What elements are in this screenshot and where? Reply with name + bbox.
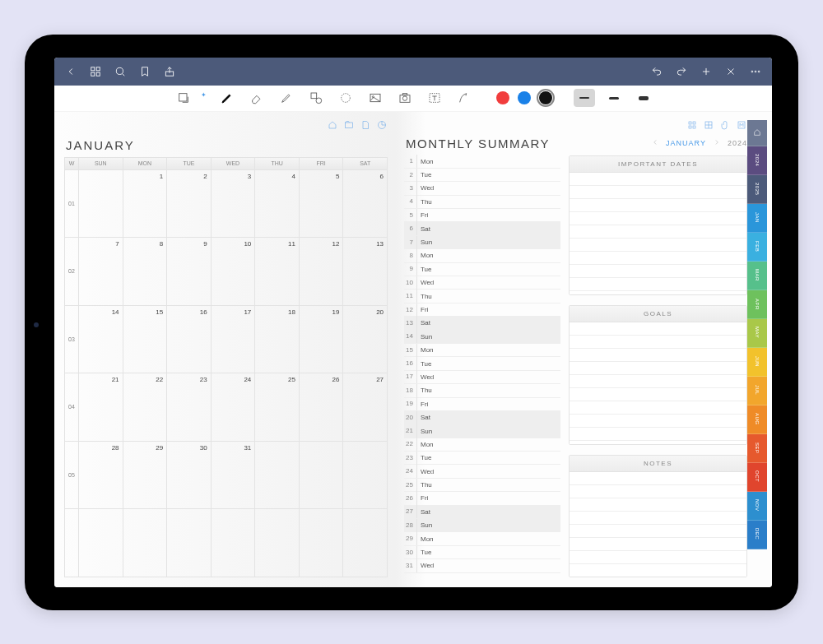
calendar-cell[interactable]: 23 <box>167 373 212 442</box>
calendar-cell[interactable]: 22 <box>123 373 168 442</box>
day-row[interactable]: 21Sun <box>404 424 560 438</box>
text-tool-icon[interactable] <box>424 87 445 109</box>
day-row[interactable]: 17Wed <box>404 371 560 384</box>
calendar-cell[interactable] <box>343 509 388 577</box>
calendar-cell[interactable] <box>300 509 344 577</box>
grid-apps-icon[interactable] <box>86 62 105 81</box>
day-row[interactable]: 30Tue <box>404 546 560 559</box>
calendar-cell[interactable] <box>255 509 300 577</box>
back-icon[interactable] <box>61 62 81 81</box>
calendar-cell[interactable]: 21 <box>79 373 123 442</box>
calendar-cell[interactable]: 6 <box>343 170 388 239</box>
day-row[interactable]: 27Sat <box>404 506 560 519</box>
add-page-icon[interactable] <box>173 87 194 109</box>
day-row[interactable]: 5Fri <box>404 209 560 222</box>
day-row[interactable]: 22Mon <box>404 438 560 452</box>
side-tab-may[interactable]: MAY <box>747 319 767 348</box>
day-row[interactable]: 29Mon <box>404 532 560 545</box>
calendar-cell[interactable]: 9 <box>167 238 212 306</box>
calendar-cell[interactable]: 13 <box>343 238 388 306</box>
calendar-cell[interactable]: 7 <box>79 238 123 306</box>
side-tab-dec[interactable]: DEC <box>747 521 767 549</box>
color-blue[interactable] <box>518 91 531 104</box>
day-row[interactable]: 16Tue <box>404 357 560 370</box>
stroke-width-thick[interactable] <box>633 89 654 107</box>
calendar-cell[interactable]: 4 <box>255 170 300 239</box>
nav-page-icon[interactable] <box>360 119 371 131</box>
day-row[interactable]: 7Sun <box>404 236 560 249</box>
nav-clip-icon[interactable] <box>719 119 731 131</box>
side-tab-jan[interactable]: JAN <box>747 204 767 233</box>
calendar-cell[interactable]: 5 <box>300 170 344 239</box>
calendar-cell[interactable] <box>343 442 388 510</box>
week-number[interactable]: 03 <box>64 306 79 374</box>
year-label[interactable]: 2024 <box>728 139 747 147</box>
side-tab-sep[interactable]: SEP <box>747 434 767 463</box>
week-number[interactable] <box>64 509 79 577</box>
calendar-cell[interactable]: 26 <box>300 373 344 442</box>
day-row[interactable]: 24Wed <box>404 465 560 478</box>
search-icon[interactable] <box>110 62 130 81</box>
more-icon[interactable] <box>746 62 765 81</box>
eraser-tool-icon[interactable] <box>246 87 267 109</box>
calendar-cell[interactable]: 11 <box>255 238 300 306</box>
day-row[interactable]: 11Thu <box>404 290 560 303</box>
day-row[interactable]: 4Thu <box>404 196 560 209</box>
day-row[interactable]: 12Fri <box>404 303 560 317</box>
next-month-icon[interactable] <box>713 138 721 148</box>
pointer-tool-icon[interactable] <box>453 87 475 109</box>
highlighter-tool-icon[interactable] <box>276 87 297 109</box>
nav-app-icon[interactable] <box>703 119 714 131</box>
lasso-tool-icon[interactable] <box>335 87 356 109</box>
calendar-cell[interactable]: 1 <box>123 170 168 239</box>
calendar-cell[interactable]: 15 <box>123 306 168 374</box>
day-row[interactable]: 8Mon <box>404 249 560 262</box>
calendar-cell[interactable]: 20 <box>343 306 388 374</box>
calendar-cell[interactable] <box>167 509 212 577</box>
calendar-cell[interactable] <box>212 509 256 577</box>
day-row[interactable]: 14Sun <box>404 331 560 344</box>
week-number[interactable]: 04 <box>64 373 79 442</box>
calendar-cell[interactable]: 18 <box>255 306 300 374</box>
goals-body[interactable] <box>570 322 746 444</box>
calendar-cell[interactable]: 29 <box>123 442 168 510</box>
side-tab-oct[interactable]: OCT <box>747 463 767 492</box>
month-nav-label[interactable]: JANUARY <box>666 139 706 147</box>
day-row[interactable]: 3Wed <box>404 182 560 195</box>
side-tab-apr[interactable]: APR <box>747 290 767 319</box>
calendar-cell[interactable]: 28 <box>79 442 123 510</box>
day-row[interactable]: 20Sat <box>404 411 560 424</box>
calendar-cell[interactable]: 31 <box>212 442 256 510</box>
camera-tool-icon[interactable] <box>394 87 416 109</box>
day-row[interactable]: 6Sat <box>404 222 560 235</box>
day-row[interactable]: 15Mon <box>404 344 560 357</box>
nav-home-icon[interactable] <box>327 119 338 131</box>
stroke-width-thin[interactable] <box>574 89 595 107</box>
calendar-cell[interactable] <box>255 442 300 510</box>
side-tab-nov[interactable]: NOV <box>747 492 767 521</box>
side-tab-home[interactable] <box>747 120 767 146</box>
day-row[interactable]: 10Wed <box>404 276 560 290</box>
calendar-cell[interactable]: 2 <box>167 170 212 239</box>
day-row[interactable]: 19Fri <box>404 398 560 411</box>
calendar-cell[interactable] <box>123 509 168 577</box>
calendar-cell[interactable]: 3 <box>212 170 256 239</box>
close-icon[interactable] <box>721 62 741 81</box>
prev-month-icon[interactable] <box>651 138 659 148</box>
day-row[interactable]: 23Tue <box>404 452 560 465</box>
calendar-cell[interactable]: 10 <box>212 238 256 306</box>
calendar-cell[interactable]: 25 <box>255 373 300 442</box>
week-number[interactable]: 02 <box>64 238 79 306</box>
side-tab-2025[interactable]: 2025 <box>747 175 767 204</box>
day-row[interactable]: 31Wed <box>404 559 560 572</box>
nav-grid-icon[interactable] <box>686 119 698 131</box>
day-row[interactable]: 28Sun <box>404 519 560 532</box>
nav-folder-icon[interactable] <box>343 119 355 131</box>
day-row[interactable]: 9Tue <box>404 263 560 276</box>
week-number[interactable]: 01 <box>64 170 79 239</box>
day-row[interactable]: 18Thu <box>404 384 560 397</box>
side-tab-aug[interactable]: AUG <box>747 405 767 434</box>
image-tool-icon[interactable] <box>365 87 386 109</box>
undo-icon[interactable] <box>647 62 667 81</box>
redo-icon[interactable] <box>672 62 691 81</box>
